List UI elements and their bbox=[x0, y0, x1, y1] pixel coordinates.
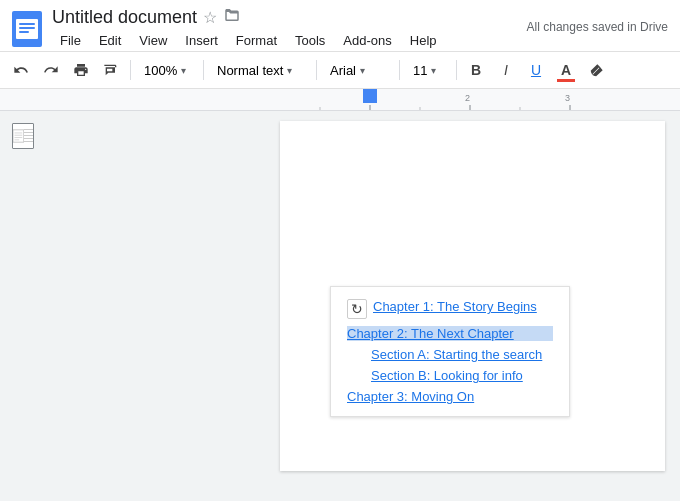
doc-page: ↻ Chapter 1: The Story Begins Chapter 2:… bbox=[280, 121, 665, 471]
redo-button[interactable] bbox=[38, 56, 64, 84]
left-panel bbox=[0, 111, 265, 498]
toolbar-divider-5 bbox=[456, 60, 457, 80]
print-button[interactable] bbox=[68, 56, 94, 84]
font-select[interactable]: Arial ▾ bbox=[323, 56, 393, 84]
page-layout-icon[interactable] bbox=[12, 123, 34, 149]
text-color-label: A bbox=[561, 62, 571, 78]
menu-tools[interactable]: Tools bbox=[287, 30, 333, 51]
main-area: ↻ Chapter 1: The Story Begins Chapter 2:… bbox=[0, 111, 680, 498]
svg-text:3: 3 bbox=[565, 93, 570, 103]
paint-format-button[interactable] bbox=[98, 56, 124, 84]
star-icon[interactable]: ☆ bbox=[203, 8, 217, 27]
svg-rect-2 bbox=[19, 23, 35, 25]
menu-help[interactable]: Help bbox=[402, 30, 445, 51]
toc-entry-5[interactable]: Chapter 3: Moving On bbox=[347, 389, 553, 404]
style-chevron: ▾ bbox=[287, 65, 292, 76]
text-color-button[interactable]: A bbox=[553, 56, 579, 84]
toc-refresh-button[interactable]: ↻ bbox=[347, 299, 367, 319]
svg-text:2: 2 bbox=[465, 93, 470, 103]
zoom-select[interactable]: 100% ▾ bbox=[137, 56, 197, 84]
italic-button[interactable]: I bbox=[493, 56, 519, 84]
toolbar-divider-4 bbox=[399, 60, 400, 80]
toc-panel: ↻ Chapter 1: The Story Begins Chapter 2:… bbox=[330, 286, 570, 417]
underline-button[interactable]: U bbox=[523, 56, 549, 84]
font-chevron: ▾ bbox=[360, 65, 365, 76]
ruler-inner: 1 2 3 bbox=[265, 89, 680, 110]
saved-status: All changes saved in Drive bbox=[527, 20, 668, 38]
ruler: 1 2 3 bbox=[0, 89, 680, 111]
text-color-bar bbox=[557, 79, 575, 82]
menu-addons[interactable]: Add-ons bbox=[335, 30, 399, 51]
svg-rect-15 bbox=[13, 130, 24, 142]
doc-icon bbox=[12, 11, 42, 47]
menu-view[interactable]: View bbox=[131, 30, 175, 51]
size-select[interactable]: 11 ▾ bbox=[406, 56, 450, 84]
undo-button[interactable] bbox=[8, 56, 34, 84]
toc-entry-2[interactable]: Chapter 2: The Next Chapter bbox=[347, 326, 553, 341]
toc-entry-3[interactable]: Section A: Starting the search bbox=[371, 347, 553, 362]
toc-entry-1[interactable]: Chapter 1: The Story Begins bbox=[373, 299, 553, 314]
toolbar: 100% ▾ Normal text ▾ Arial ▾ 11 ▾ B I U … bbox=[0, 52, 680, 89]
toc-entry-4[interactable]: Section B: Looking for info bbox=[371, 368, 553, 383]
menu-edit[interactable]: Edit bbox=[91, 30, 129, 51]
zoom-chevron: ▾ bbox=[181, 65, 186, 76]
doc-title[interactable]: Untitled document bbox=[52, 7, 197, 28]
svg-rect-14 bbox=[363, 89, 377, 103]
toolbar-divider-2 bbox=[203, 60, 204, 80]
menu-format[interactable]: Format bbox=[228, 30, 285, 51]
toolbar-divider-1 bbox=[130, 60, 131, 80]
menu-bar: File Edit View Insert Format Tools Add-o… bbox=[52, 30, 527, 51]
menu-file[interactable]: File bbox=[52, 30, 89, 51]
highlight-button[interactable] bbox=[583, 56, 609, 84]
svg-rect-4 bbox=[19, 31, 29, 33]
doc-area[interactable]: ↻ Chapter 1: The Story Begins Chapter 2:… bbox=[265, 111, 680, 498]
toolbar-divider-3 bbox=[316, 60, 317, 80]
title-bar: Untitled document ☆ File Edit View Inser… bbox=[0, 0, 680, 52]
title-row: Untitled document ☆ bbox=[52, 6, 527, 28]
menu-insert[interactable]: Insert bbox=[177, 30, 226, 51]
svg-rect-3 bbox=[19, 27, 35, 29]
style-value: Normal text bbox=[217, 63, 283, 78]
folder-icon bbox=[223, 6, 241, 28]
size-chevron: ▾ bbox=[431, 65, 436, 76]
zoom-value: 100% bbox=[144, 63, 177, 78]
style-select[interactable]: Normal text ▾ bbox=[210, 56, 310, 84]
bold-button[interactable]: B bbox=[463, 56, 489, 84]
font-value: Arial bbox=[330, 63, 356, 78]
size-value: 11 bbox=[413, 63, 427, 78]
title-area: Untitled document ☆ File Edit View Inser… bbox=[52, 6, 527, 51]
